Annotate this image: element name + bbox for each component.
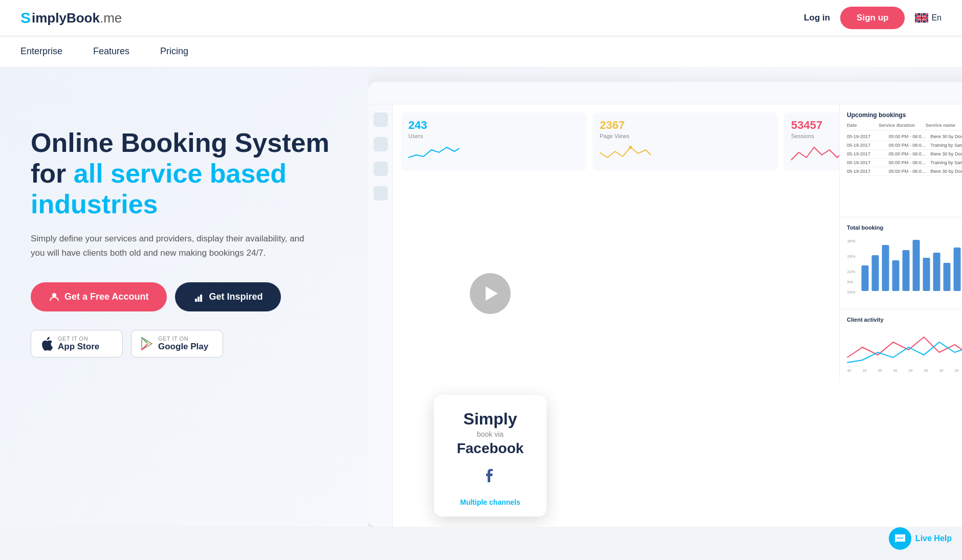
facebook-card-facebook: Facebook (444, 440, 536, 457)
upcoming-bookings-panel: Upcoming bookings Date Service duration … (839, 104, 962, 217)
stat-value-pageviews: 2367 (600, 119, 771, 132)
hero-title-line1: Online Booking System (31, 128, 330, 158)
booking-1-name: there 30 by Dominique (930, 134, 962, 139)
appstore-get-label: GET IT ON (58, 335, 99, 342)
play-button[interactable] (470, 273, 511, 314)
googleplay-get-label: GET IT ON (158, 335, 208, 342)
dashboard-top-bar (368, 82, 962, 104)
stat-value-users: 243 (408, 119, 579, 132)
header: S implyBook .me Log in Sign up En (0, 0, 962, 36)
svg-rect-13 (872, 255, 879, 291)
svg-rect-20 (944, 263, 951, 291)
dashboard-body: 243 Users 2367 Page Views (368, 104, 962, 527)
hero-section: Online Booking System for all service ba… (0, 66, 368, 527)
appstore-text: GET IT ON App Store (58, 335, 99, 352)
apple-icon (40, 337, 53, 351)
booking-3-date: 05-19-2017 (847, 151, 887, 156)
svg-text:40: 40 (893, 369, 898, 372)
nav-pricing[interactable]: Pricing (160, 46, 188, 57)
svg-rect-17 (913, 240, 920, 291)
svg-rect-21 (954, 248, 961, 291)
svg-text:40: 40 (878, 369, 882, 372)
googleplay-icon (141, 337, 153, 351)
language-selector[interactable]: En (915, 13, 942, 23)
booking-2-duration: 05:00 PM - 06:00 PM (889, 143, 929, 148)
googleplay-text: GET IT ON Google Play (158, 335, 208, 352)
svg-rect-2 (195, 299, 197, 302)
facebook-card-simply: Simply (444, 410, 536, 428)
booking-4-date: 05-19-2017 (847, 160, 887, 165)
col-duration: Service duration (879, 123, 923, 128)
stat-label-users: Users (408, 133, 579, 139)
svg-text:40: 40 (939, 369, 944, 372)
lang-label: En (931, 13, 942, 23)
header-right: Log in Sign up En (804, 7, 942, 29)
get-free-account-button[interactable]: Get a Free Account (31, 282, 167, 311)
svg-text:29%: 29% (847, 254, 856, 259)
col-date: Date (847, 123, 877, 128)
facebook-multiple-channels-link[interactable]: Multiple channels (444, 498, 536, 506)
login-button[interactable]: Log in (804, 13, 830, 23)
svg-point-32 (899, 537, 901, 539)
googleplay-badge[interactable]: GET IT ON Google Play (131, 330, 223, 357)
pageviews-sparkline (600, 142, 651, 163)
svg-text:38%: 38% (847, 239, 856, 243)
booking-3-duration: 05:00 PM - 06:00 PM (889, 151, 929, 156)
main-content: Online Booking System for all service ba… (0, 66, 962, 527)
client-activity-panel: Client activity 40 20 40 40 20 20 40 (839, 309, 962, 382)
live-help-widget[interactable]: Live Help (889, 527, 952, 550)
sidebar-icon-4 (374, 186, 388, 200)
svg-rect-18 (923, 258, 930, 291)
store-badges-row: GET IT ON App Store GET IT ON Google Pla… (31, 330, 348, 357)
booking-row-3: 05-19-2017 05:00 PM - 06:00 PM there 30 … (847, 150, 962, 159)
booking-3-name: there 30 by Dominique (930, 151, 962, 156)
dashboard-mockup: 243 Users 2367 Page Views (368, 82, 962, 527)
nav-features[interactable]: Features (93, 46, 129, 57)
booking-1-date: 05-19-2017 (847, 134, 887, 139)
sidebar-icon-3 (374, 162, 388, 176)
dashboard-main-area: 243 Users 2367 Page Views (393, 104, 962, 527)
total-booking-chart: 38% 29% 22% 9% 29% (847, 235, 962, 296)
svg-text:20: 20 (909, 369, 913, 372)
user-icon (49, 292, 59, 302)
signup-button[interactable]: Sign up (840, 7, 905, 29)
booking-4-duration: 05:00 PM - 06:00 PM (889, 160, 929, 165)
svg-point-31 (897, 537, 899, 539)
nav-enterprise[interactable]: Enterprise (20, 46, 62, 57)
get-inspired-button[interactable]: Get Inspired (175, 282, 281, 311)
appstore-badge[interactable]: GET IT ON App Store (31, 330, 123, 357)
dashboard-mockup-container: 243 Users 2367 Page Views (368, 66, 962, 527)
main-nav: Enterprise Features Pricing (0, 36, 962, 66)
svg-rect-14 (882, 245, 889, 291)
svg-text:20: 20 (924, 369, 928, 372)
booking-4-name: Training by Samantha Mayon (930, 160, 962, 165)
dashboard-sidebar (368, 104, 393, 527)
booking-row-1: 05-19-2017 05:00 PM - 06:00 PM there 30 … (847, 132, 962, 141)
sidebar-icon-1 (374, 113, 388, 127)
svg-point-1 (52, 293, 56, 297)
col-name: Service name (926, 123, 962, 128)
booking-row-5: 05-19-2017 05:00 PM - 06:00 PM there 30 … (847, 167, 962, 176)
stat-card-users: 243 Users (401, 113, 586, 171)
svg-rect-15 (892, 260, 900, 291)
logo-dot-me: .me (100, 10, 122, 26)
booking-5-name: there 30 by Dominique (930, 169, 962, 174)
hero-title: Online Booking System for all service ba… (31, 128, 348, 219)
booking-row-2: 05-19-2017 05:00 PM - 06:00 PM Training … (847, 141, 962, 150)
googleplay-name-label: Google Play (158, 342, 208, 352)
logo[interactable]: S implyBook .me (20, 9, 122, 27)
svg-rect-19 (933, 253, 941, 291)
sidebar-icon-2 (374, 137, 388, 151)
get-inspired-label: Get Inspired (209, 292, 263, 302)
booking-2-name: Training by Samantha Maylon (930, 143, 962, 148)
inspired-icon (193, 292, 204, 302)
appstore-name-label: App Store (58, 342, 99, 352)
upcoming-bookings-title: Upcoming bookings (847, 111, 962, 119)
play-triangle-icon (486, 286, 498, 301)
live-help-icon (889, 527, 911, 550)
hero-subtitle: Simply define your services and provider… (31, 232, 317, 259)
total-booking-panel: Total booking 38% 29% 22% 9% 29% (839, 217, 962, 309)
booking-5-duration: 05:00 PM - 06:00 PM (889, 169, 929, 174)
client-activity-chart: 40 20 40 40 20 20 40 20 (847, 327, 962, 373)
svg-point-33 (901, 537, 903, 539)
